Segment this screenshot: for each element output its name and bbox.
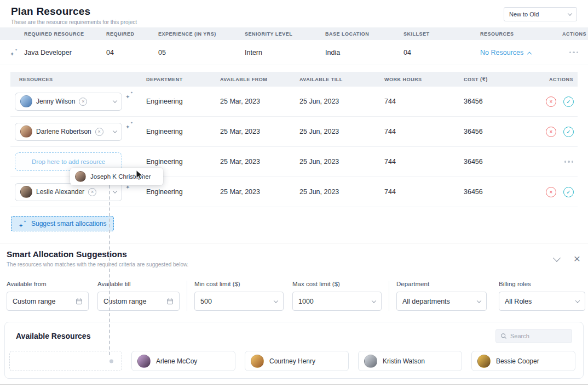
reject-resource-button[interactable]: × xyxy=(546,96,556,107)
suggest-smart-allocations-button[interactable]: ✦✦ Suggest smart allocations xyxy=(11,216,114,231)
resource-card[interactable]: Bessie Cooper xyxy=(471,351,575,371)
available-from-cell: 25 Mar, 2023 xyxy=(220,158,299,166)
mouse-cursor xyxy=(135,169,144,180)
resources-toggle-link[interactable]: No Resources xyxy=(480,49,562,56)
avatar xyxy=(364,355,377,368)
sparkle-icon: ✦✦ xyxy=(125,121,133,129)
avatar xyxy=(20,186,32,198)
available-from-cell: 25 Mar, 2023 xyxy=(220,128,299,135)
column-header: BASE LOCATION xyxy=(325,31,403,37)
column-header: SKILLSET xyxy=(403,31,480,37)
filter-divider xyxy=(187,281,187,311)
column-header: SENIORITY LEVEL xyxy=(245,31,325,37)
billing-roles-select[interactable]: All Roles xyxy=(499,292,585,311)
avatar xyxy=(75,171,86,182)
avatar xyxy=(137,355,151,368)
avatar xyxy=(20,126,32,138)
available-till-cell: 25 Jun, 2023 xyxy=(299,188,384,196)
reject-resource-button[interactable]: × xyxy=(546,187,556,197)
available-resources-section: Available Resources Arlene McCoy Courtne… xyxy=(4,322,584,379)
reject-resource-button[interactable]: × xyxy=(546,127,556,137)
available-resources-title: Available Resources xyxy=(16,332,90,340)
resource-chip[interactable]: Jenny Wilson × xyxy=(15,93,122,111)
resource-card[interactable]: Arlene McCoy xyxy=(131,351,235,371)
calendar-icon xyxy=(76,298,83,305)
column-header: DEPARTMENT xyxy=(146,77,220,82)
filter-available-from: Available from Custom range xyxy=(7,281,89,311)
smart-allocation-panel: Smart Allocation Suggestions The resourc… xyxy=(0,243,588,379)
resource-card[interactable]: Courtney Henry xyxy=(245,351,349,371)
page-subtitle: These are the resource requirements for … xyxy=(11,19,577,25)
resource-card-placeholder[interactable] xyxy=(9,351,122,371)
resource-chip[interactable]: Leslie Alexander × xyxy=(15,183,122,201)
sort-order-value: New to Old xyxy=(509,11,539,18)
approve-resource-button[interactable]: ✓ xyxy=(563,96,574,107)
collapse-panel-icon[interactable] xyxy=(553,254,561,262)
approve-resource-button[interactable]: ✓ xyxy=(563,127,574,137)
cost-cell: 36456 xyxy=(464,128,546,135)
chevron-down-icon xyxy=(372,298,376,303)
search-box[interactable] xyxy=(495,329,572,343)
panel-subtitle: The resources who matches with the requi… xyxy=(7,261,581,268)
filter-min-cost: Min cost limit ($) 500 xyxy=(194,281,284,311)
chevron-down-icon xyxy=(477,298,481,303)
column-header: COST (₹) xyxy=(464,77,546,82)
resource-cards-row: Arlene McCoy Courtney Henry Kristin Wats… xyxy=(9,351,579,371)
approve-resource-button[interactable]: ✓ xyxy=(563,187,574,197)
sparkle-icon: ✦✦ xyxy=(125,91,133,99)
column-header: REQUIRED xyxy=(106,31,158,37)
sparkle-icon: ✦✦ xyxy=(19,220,26,228)
skillset-cell: 04 xyxy=(403,49,480,56)
work-hours-cell: 744 xyxy=(384,158,464,166)
row-actions-menu[interactable] xyxy=(569,49,579,56)
sparkle-icon: ✦✦ xyxy=(10,48,18,56)
remove-resource-icon[interactable]: × xyxy=(95,128,103,136)
department-cell: Engineering xyxy=(146,158,220,166)
drag-origin-dot xyxy=(109,359,113,363)
department-select[interactable]: All departments xyxy=(396,292,487,311)
resource-chip[interactable]: Darlene Robertson × xyxy=(15,123,122,141)
column-header: EXPERIENCE (IN YRS) xyxy=(158,31,245,37)
column-header: ACTIONS xyxy=(562,31,586,37)
chevron-up-icon xyxy=(527,52,532,56)
required-resource-cell: Java Developer xyxy=(24,49,106,56)
column-header: ACTIONS xyxy=(549,77,573,82)
chevron-down-icon xyxy=(575,298,580,303)
resources-subtable: RESOURCES DEPARTMENT AVAILABLE FROM AVAI… xyxy=(10,72,578,207)
remove-resource-icon[interactable]: × xyxy=(79,98,87,106)
remove-resource-icon[interactable]: × xyxy=(88,188,96,196)
resource-row: Darlene Robertson × ✦✦ Engineering 25 Ma… xyxy=(10,117,578,147)
chevron-down-icon xyxy=(274,298,278,303)
row-actions-menu[interactable] xyxy=(564,158,574,165)
available-from-cell: 25 Mar, 2023 xyxy=(220,98,299,105)
available-from-input[interactable]: Custom range xyxy=(7,292,89,311)
column-header: RESOURCES xyxy=(480,31,562,37)
search-icon xyxy=(500,333,507,339)
chevron-down-icon xyxy=(568,11,572,15)
panel-header: Smart Allocation Suggestions The resourc… xyxy=(0,249,588,268)
experience-cell: 05 xyxy=(158,49,245,56)
avatar xyxy=(20,95,32,107)
sort-order-select[interactable]: New to Old xyxy=(504,7,577,21)
department-cell: Engineering xyxy=(146,98,220,105)
column-header: AVAILABLE FROM xyxy=(220,77,299,82)
resource-row: Jenny Wilson × ✦✦ Engineering 25 Mar, 20… xyxy=(10,87,578,117)
column-header: WORK HOURS xyxy=(384,77,464,82)
max-cost-select[interactable]: 1000 xyxy=(292,292,382,311)
department-cell: Engineering xyxy=(146,128,220,135)
page-bottom-border xyxy=(0,384,588,385)
close-panel-icon[interactable]: × xyxy=(574,254,580,264)
work-hours-cell: 744 xyxy=(384,128,464,135)
chevron-down-icon xyxy=(113,98,117,103)
requirements-table-header: REQUIRED RESOURCE REQUIRED EXPERIENCE (I… xyxy=(0,27,588,40)
dragged-resource-chip[interactable]: Joseph K Christopher xyxy=(70,168,163,185)
avatar xyxy=(251,355,264,368)
avatar xyxy=(477,355,491,368)
page-title: Plan Resources xyxy=(11,5,577,18)
min-cost-select[interactable]: 500 xyxy=(194,292,284,311)
resource-card[interactable]: Kristin Watson xyxy=(358,351,462,371)
search-input[interactable] xyxy=(510,333,565,339)
cost-cell: 36456 xyxy=(464,98,546,105)
chevron-down-icon xyxy=(113,128,117,133)
cost-cell: 36456 xyxy=(464,188,546,196)
